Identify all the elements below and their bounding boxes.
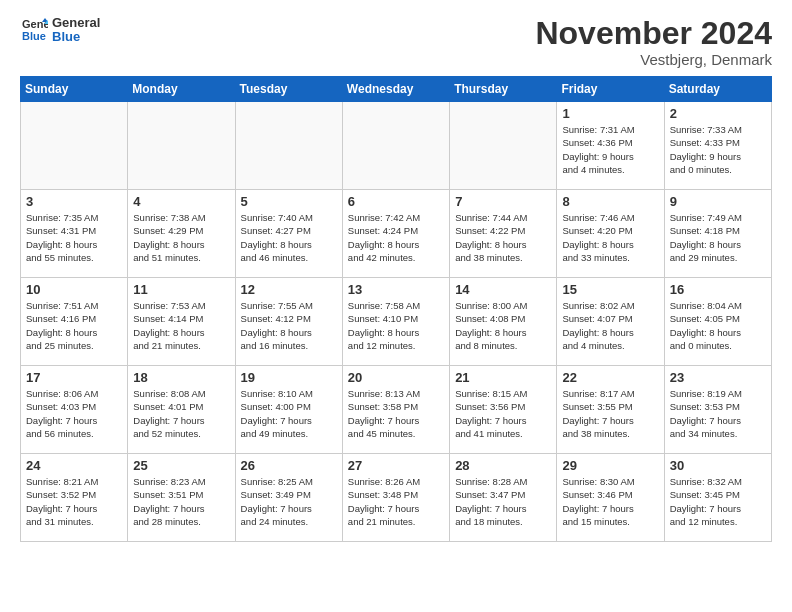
- calendar-cell: 25Sunrise: 8:23 AMSunset: 3:51 PMDayligh…: [128, 454, 235, 542]
- day-info: Sunrise: 8:26 AMSunset: 3:48 PMDaylight:…: [348, 475, 444, 528]
- calendar-cell: 27Sunrise: 8:26 AMSunset: 3:48 PMDayligh…: [342, 454, 449, 542]
- calendar-cell: 22Sunrise: 8:17 AMSunset: 3:55 PMDayligh…: [557, 366, 664, 454]
- calendar-week-0: 1Sunrise: 7:31 AMSunset: 4:36 PMDaylight…: [21, 102, 772, 190]
- day-number: 9: [670, 194, 766, 209]
- day-number: 26: [241, 458, 337, 473]
- calendar-cell: 23Sunrise: 8:19 AMSunset: 3:53 PMDayligh…: [664, 366, 771, 454]
- header-saturday: Saturday: [664, 77, 771, 102]
- day-info: Sunrise: 7:40 AMSunset: 4:27 PMDaylight:…: [241, 211, 337, 264]
- header-row: Sunday Monday Tuesday Wednesday Thursday…: [21, 77, 772, 102]
- day-info: Sunrise: 7:58 AMSunset: 4:10 PMDaylight:…: [348, 299, 444, 352]
- day-info: Sunrise: 8:21 AMSunset: 3:52 PMDaylight:…: [26, 475, 122, 528]
- calendar-cell: 21Sunrise: 8:15 AMSunset: 3:56 PMDayligh…: [450, 366, 557, 454]
- day-info: Sunrise: 8:19 AMSunset: 3:53 PMDaylight:…: [670, 387, 766, 440]
- calendar-cell: 3Sunrise: 7:35 AMSunset: 4:31 PMDaylight…: [21, 190, 128, 278]
- day-number: 4: [133, 194, 229, 209]
- calendar-cell: 9Sunrise: 7:49 AMSunset: 4:18 PMDaylight…: [664, 190, 771, 278]
- logo-line1: General: [52, 16, 100, 30]
- day-info: Sunrise: 7:44 AMSunset: 4:22 PMDaylight:…: [455, 211, 551, 264]
- day-info: Sunrise: 8:08 AMSunset: 4:01 PMDaylight:…: [133, 387, 229, 440]
- calendar-cell: 6Sunrise: 7:42 AMSunset: 4:24 PMDaylight…: [342, 190, 449, 278]
- header-wednesday: Wednesday: [342, 77, 449, 102]
- calendar-week-2: 10Sunrise: 7:51 AMSunset: 4:16 PMDayligh…: [21, 278, 772, 366]
- calendar-cell: 1Sunrise: 7:31 AMSunset: 4:36 PMDaylight…: [557, 102, 664, 190]
- day-number: 2: [670, 106, 766, 121]
- day-number: 12: [241, 282, 337, 297]
- calendar-cell: 13Sunrise: 7:58 AMSunset: 4:10 PMDayligh…: [342, 278, 449, 366]
- day-number: 10: [26, 282, 122, 297]
- day-info: Sunrise: 8:25 AMSunset: 3:49 PMDaylight:…: [241, 475, 337, 528]
- day-info: Sunrise: 7:51 AMSunset: 4:16 PMDaylight:…: [26, 299, 122, 352]
- day-number: 28: [455, 458, 551, 473]
- page: General Blue General Blue November 2024 …: [0, 0, 792, 612]
- calendar-cell: 18Sunrise: 8:08 AMSunset: 4:01 PMDayligh…: [128, 366, 235, 454]
- title-area: November 2024 Vestbjerg, Denmark: [535, 16, 772, 68]
- day-number: 17: [26, 370, 122, 385]
- calendar-table: Sunday Monday Tuesday Wednesday Thursday…: [20, 76, 772, 542]
- calendar-cell: 30Sunrise: 8:32 AMSunset: 3:45 PMDayligh…: [664, 454, 771, 542]
- calendar-cell: 7Sunrise: 7:44 AMSunset: 4:22 PMDaylight…: [450, 190, 557, 278]
- day-info: Sunrise: 7:31 AMSunset: 4:36 PMDaylight:…: [562, 123, 658, 176]
- day-info: Sunrise: 8:32 AMSunset: 3:45 PMDaylight:…: [670, 475, 766, 528]
- day-info: Sunrise: 7:42 AMSunset: 4:24 PMDaylight:…: [348, 211, 444, 264]
- day-number: 1: [562, 106, 658, 121]
- header-tuesday: Tuesday: [235, 77, 342, 102]
- calendar-cell: 5Sunrise: 7:40 AMSunset: 4:27 PMDaylight…: [235, 190, 342, 278]
- day-info: Sunrise: 8:23 AMSunset: 3:51 PMDaylight:…: [133, 475, 229, 528]
- calendar-cell: 14Sunrise: 8:00 AMSunset: 4:08 PMDayligh…: [450, 278, 557, 366]
- day-number: 23: [670, 370, 766, 385]
- header-monday: Monday: [128, 77, 235, 102]
- header-sunday: Sunday: [21, 77, 128, 102]
- header-thursday: Thursday: [450, 77, 557, 102]
- calendar-cell: 19Sunrise: 8:10 AMSunset: 4:00 PMDayligh…: [235, 366, 342, 454]
- day-info: Sunrise: 7:38 AMSunset: 4:29 PMDaylight:…: [133, 211, 229, 264]
- day-info: Sunrise: 7:55 AMSunset: 4:12 PMDaylight:…: [241, 299, 337, 352]
- day-number: 13: [348, 282, 444, 297]
- day-number: 25: [133, 458, 229, 473]
- day-number: 20: [348, 370, 444, 385]
- day-info: Sunrise: 8:06 AMSunset: 4:03 PMDaylight:…: [26, 387, 122, 440]
- day-number: 11: [133, 282, 229, 297]
- calendar-cell: 28Sunrise: 8:28 AMSunset: 3:47 PMDayligh…: [450, 454, 557, 542]
- day-number: 5: [241, 194, 337, 209]
- calendar-week-3: 17Sunrise: 8:06 AMSunset: 4:03 PMDayligh…: [21, 366, 772, 454]
- day-number: 6: [348, 194, 444, 209]
- calendar-cell: [128, 102, 235, 190]
- day-info: Sunrise: 8:00 AMSunset: 4:08 PMDaylight:…: [455, 299, 551, 352]
- calendar-cell: 17Sunrise: 8:06 AMSunset: 4:03 PMDayligh…: [21, 366, 128, 454]
- day-info: Sunrise: 7:49 AMSunset: 4:18 PMDaylight:…: [670, 211, 766, 264]
- day-info: Sunrise: 7:46 AMSunset: 4:20 PMDaylight:…: [562, 211, 658, 264]
- calendar-cell: 11Sunrise: 7:53 AMSunset: 4:14 PMDayligh…: [128, 278, 235, 366]
- day-info: Sunrise: 8:02 AMSunset: 4:07 PMDaylight:…: [562, 299, 658, 352]
- day-info: Sunrise: 8:13 AMSunset: 3:58 PMDaylight:…: [348, 387, 444, 440]
- calendar-cell: 16Sunrise: 8:04 AMSunset: 4:05 PMDayligh…: [664, 278, 771, 366]
- day-number: 19: [241, 370, 337, 385]
- day-info: Sunrise: 8:10 AMSunset: 4:00 PMDaylight:…: [241, 387, 337, 440]
- calendar-cell: 10Sunrise: 7:51 AMSunset: 4:16 PMDayligh…: [21, 278, 128, 366]
- day-info: Sunrise: 7:53 AMSunset: 4:14 PMDaylight:…: [133, 299, 229, 352]
- calendar-cell: [235, 102, 342, 190]
- day-number: 7: [455, 194, 551, 209]
- calendar-cell: [450, 102, 557, 190]
- calendar-cell: 2Sunrise: 7:33 AMSunset: 4:33 PMDaylight…: [664, 102, 771, 190]
- day-info: Sunrise: 7:33 AMSunset: 4:33 PMDaylight:…: [670, 123, 766, 176]
- calendar-cell: 8Sunrise: 7:46 AMSunset: 4:20 PMDaylight…: [557, 190, 664, 278]
- header: General Blue General Blue November 2024 …: [20, 16, 772, 68]
- calendar-cell: 12Sunrise: 7:55 AMSunset: 4:12 PMDayligh…: [235, 278, 342, 366]
- day-info: Sunrise: 8:28 AMSunset: 3:47 PMDaylight:…: [455, 475, 551, 528]
- day-number: 8: [562, 194, 658, 209]
- logo-line2: Blue: [52, 30, 100, 44]
- location: Vestbjerg, Denmark: [535, 51, 772, 68]
- day-number: 24: [26, 458, 122, 473]
- calendar-cell: [342, 102, 449, 190]
- day-info: Sunrise: 8:17 AMSunset: 3:55 PMDaylight:…: [562, 387, 658, 440]
- day-number: 18: [133, 370, 229, 385]
- calendar-cell: 26Sunrise: 8:25 AMSunset: 3:49 PMDayligh…: [235, 454, 342, 542]
- logo-icon: General Blue: [20, 16, 48, 44]
- day-number: 29: [562, 458, 658, 473]
- day-number: 15: [562, 282, 658, 297]
- calendar-cell: 24Sunrise: 8:21 AMSunset: 3:52 PMDayligh…: [21, 454, 128, 542]
- month-title: November 2024: [535, 16, 772, 51]
- day-number: 30: [670, 458, 766, 473]
- day-number: 22: [562, 370, 658, 385]
